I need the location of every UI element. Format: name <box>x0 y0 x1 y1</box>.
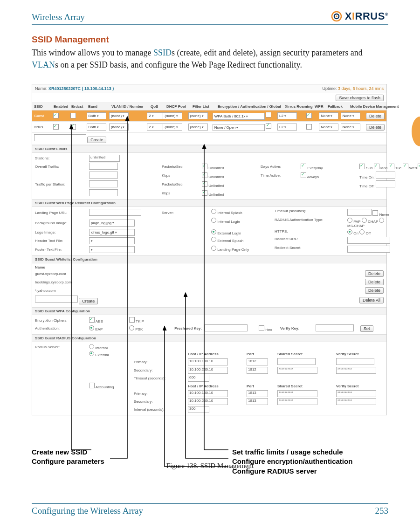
logo-select[interactable]: xirrus_logo.gif <box>89 229 135 236</box>
new-ssid-input[interactable] <box>34 134 86 141</box>
set-button[interactable]: Set <box>360 325 373 332</box>
psk-input[interactable] <box>205 324 248 331</box>
checkbox-wpr[interactable] <box>306 113 312 118</box>
whitelist-input[interactable] <box>35 296 78 303</box>
section-tab <box>412 117 420 146</box>
wpa-heading: SSID Guest WPA Configuration <box>32 307 386 315</box>
figure-wrap: Name: XR4012802207C ( 10.100.44.113 ) Up… <box>32 84 388 470</box>
callout-encryption: Configure encryption/authentication <box>232 457 352 466</box>
whitelist-entry: *.yahoo.com <box>35 289 55 293</box>
delete-button[interactable]: Delete <box>365 270 384 277</box>
select-fallback[interactable]: None <box>319 112 338 119</box>
stations-input[interactable]: unlimited <box>89 155 120 162</box>
page-footer: Configuring the Wireless Array 253 <box>32 503 388 516</box>
svg-point-2 <box>336 15 337 17</box>
link-ssid[interactable]: SSID <box>153 48 172 57</box>
limits-heading: SSID Guest Limits <box>32 145 386 153</box>
ssid-row-guest[interactable]: Guest Both (none) 2 (none) (none) WPA Bo… <box>32 110 386 122</box>
select-dhcp[interactable]: (none) <box>163 112 182 119</box>
link-vlan[interactable]: VLAN <box>32 60 55 69</box>
callout-configure-params: Configure parameters <box>32 457 104 466</box>
page-header: Wireless Array XIRRUS® <box>32 10 388 25</box>
whitelist-entry: guest.xyzcorp.com <box>35 272 66 276</box>
create-button[interactable]: Create <box>87 137 106 143</box>
section-paragraph: This window allows you to manage SSIDs (… <box>32 47 388 71</box>
select-encryption[interactable]: WPA Both / 802.1x <box>213 113 265 120</box>
xirrus-mark-icon <box>331 11 342 22</box>
screenshot: Name: XR4012802207C ( 10.100.44.113 ) Up… <box>32 84 387 415</box>
ssid-table-header: SSID Enabled Brdcst Band VLAN ID / Numbe… <box>32 103 386 110</box>
section-heading: SSID Management <box>32 34 388 45</box>
footer-page-number: 253 <box>375 506 389 516</box>
landing-url-input[interactable] <box>89 209 141 216</box>
radius-heading: SSID Guest RADIUS Configuration <box>32 334 386 342</box>
ssid-row-new: Create <box>32 133 386 145</box>
ssid-row-xirrus[interactable]: xirrus Both (none) 2 (none) (none) None … <box>32 122 386 133</box>
delete-button[interactable]: Delete <box>365 279 384 285</box>
callout-create-ssid: Create new SSID <box>32 447 104 457</box>
select-roaming[interactable]: L2 <box>277 112 297 119</box>
callouts-left: Create new SSID Configure parameters <box>32 447 104 467</box>
callout-traffic-limits: Set traffic limits / usage schedule <box>232 447 352 457</box>
verify-key-input[interactable] <box>316 324 354 331</box>
callouts-right: Set traffic limits / usage schedule Conf… <box>232 447 352 476</box>
uptime-value: 3 days, 5 hours, 24 mins <box>338 86 384 91</box>
whitelist-heading: SSID Guest Whitelist Configuration <box>32 255 386 263</box>
device-name: XR4012802207C ( 10.100.44.113 ) <box>48 86 114 91</box>
select-mdm[interactable]: None <box>341 112 360 119</box>
save-button[interactable]: Save changes to flash <box>336 95 384 101</box>
select-filter[interactable]: (none) <box>188 112 208 119</box>
brand-wordmark: XIRRUS® <box>345 10 388 22</box>
header-title: Wireless Array <box>32 12 85 22</box>
delete-button[interactable]: Delete <box>366 113 385 119</box>
checkbox-brdcst[interactable] <box>70 113 76 118</box>
bg-select[interactable]: page_bg.jpg <box>89 220 135 227</box>
delete-button[interactable]: Delete <box>365 287 384 294</box>
create-button[interactable]: Create <box>79 298 98 304</box>
delete-all-button[interactable]: Delete All <box>359 297 384 303</box>
select-band[interactable]: Both <box>87 112 106 119</box>
footer-section: Configuring the Wireless Array <box>32 506 143 516</box>
whitelist-entry: bookings.xyzcorp.com <box>35 280 72 284</box>
brand-logo: XIRRUS® <box>331 10 388 22</box>
wpr-heading: SSID Guest Web Page Redirect Configurati… <box>32 199 386 207</box>
checkbox-enabled[interactable] <box>53 113 59 118</box>
callout-radius: Configure RADIUS server <box>232 467 352 476</box>
select-vlan[interactable]: (none) <box>109 112 129 119</box>
delete-button[interactable]: Delete <box>366 124 385 131</box>
